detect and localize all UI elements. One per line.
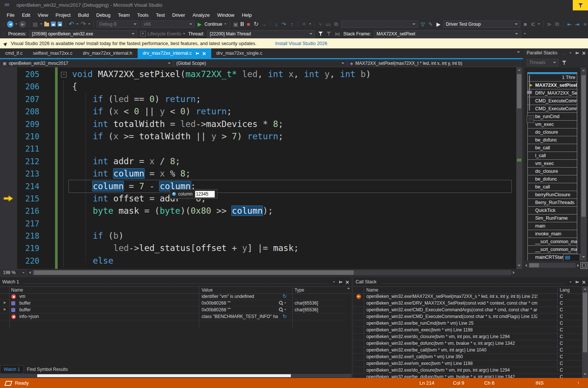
menu-item-help[interactable]: Help xyxy=(238,11,256,19)
project-dropdown[interactable]: ▣ openBeken_win32_mvsc2017 xyxy=(0,60,173,67)
code-line[interactable]: 211 xyxy=(0,143,516,155)
scrollbar-thumb[interactable] xyxy=(529,263,539,267)
scroll-up-icon[interactable] xyxy=(582,70,585,71)
menu-item-team[interactable]: Team xyxy=(114,11,134,19)
pin-icon[interactable] xyxy=(338,280,342,284)
stack-frame[interactable]: __scrt_common_mai xyxy=(528,246,577,254)
test-group-combo[interactable]: Driver Test Group xyxy=(443,20,520,28)
code-map-button[interactable]: ⑂ xyxy=(318,21,324,27)
tab-drv_max72xx_single.c[interactable]: drv_max72xx_single.c xyxy=(211,48,268,58)
stack-frame[interactable]: vm_exec xyxy=(528,121,577,128)
callstack-row[interactable]: openBeken_win32.exe!l_call(bvm * vm) Lin… xyxy=(353,354,582,360)
inspect-button[interactable] xyxy=(279,308,286,311)
tab-drv_max72xx_internal.h[interactable]: drv_max72xx_internal.h xyxy=(78,48,138,58)
watch-title-bar[interactable]: Watch 1 xyxy=(0,277,351,286)
tab-find-symbol-results[interactable]: Find Symbol Results xyxy=(24,366,71,373)
scrollbar-thumb[interactable] xyxy=(517,74,521,108)
callstack-row[interactable]: openBeken_win32.exe!be_dofunc(bvm * vm, … xyxy=(353,340,582,347)
stack-frame[interactable]: be_call xyxy=(528,144,577,152)
code-line[interactable]: 219 led->led_status[offset + y] |= mask; xyxy=(0,242,516,254)
stack-frame[interactable]: Sim_RunFrame xyxy=(528,214,577,222)
stack-frame[interactable]: do_closure xyxy=(528,168,577,175)
code-line[interactable]: 210 if (x >= totalWidth || y > 7) return… xyxy=(0,130,516,143)
menu-item-project[interactable]: Project xyxy=(52,11,74,19)
scroll-down-icon[interactable] xyxy=(518,265,521,266)
lifecycle-events-button[interactable]: ≋ Lifecycle Events xyxy=(140,31,185,36)
callstack-row[interactable]: openBeken_win32.exe!vm_exec(bvm * vm) Li… xyxy=(353,327,582,334)
menu-item-debug[interactable]: Debug xyxy=(93,11,114,19)
undo-dropdown-icon[interactable] xyxy=(76,23,78,25)
menu-item-view[interactable]: View xyxy=(34,11,52,19)
navigate-backward-dropdown-icon[interactable] xyxy=(15,23,17,25)
hex-display-button[interactable]: ⌗ xyxy=(301,21,307,27)
pin-icon[interactable] xyxy=(575,280,579,284)
callstack-row[interactable]: openBeken_win32.exe!do_closure(bvm * vm,… xyxy=(353,334,582,340)
stack-frame[interactable]: l_call xyxy=(528,152,577,160)
refresh-icon[interactable]: ↻ xyxy=(283,314,287,319)
filter-threads-icon[interactable] xyxy=(318,31,323,36)
member-dropdown[interactable]: ◈ MAX72XX_setPixel(max72XX_t * led, int … xyxy=(347,60,521,67)
comment-button[interactable]: ▭ xyxy=(325,21,331,27)
tab-selftest_max72xx.c[interactable]: selftest_max72xx.c xyxy=(28,48,78,58)
editor-horizontal-scrollbar[interactable] xyxy=(32,270,511,275)
code-line[interactable]: 216 byte mask = (byte)(0x80 >> column); xyxy=(0,205,516,217)
test-search-combo[interactable] xyxy=(341,20,418,28)
callstack-row[interactable]: openBeken_win32.exe!DRV_MAX72XX_SetPixel… xyxy=(353,300,582,307)
code-line[interactable]: 218 if (b) xyxy=(0,230,516,242)
callstack-row[interactable]: openBeken_win32.exe!be_runCmd(bvm * vm) … xyxy=(353,320,582,327)
code-line[interactable]: 206{ xyxy=(0,80,516,93)
solution-configuration-combo[interactable]: Debug B xyxy=(97,20,139,28)
scroll-up-icon[interactable] xyxy=(518,69,521,71)
step-into-button[interactable]: ↓ xyxy=(273,21,279,27)
language-column-header[interactable]: Lang xyxy=(560,287,570,293)
suppress-icon[interactable]: ⋈ xyxy=(334,31,340,37)
pin-icon[interactable] xyxy=(195,51,199,55)
test-explorer-icon[interactable]: ▽ xyxy=(420,21,426,27)
stack-frame[interactable]: DRV_MAX72XX_SetP xyxy=(528,89,577,97)
status-line[interactable]: Ln 214 xyxy=(420,380,434,386)
stack-frame[interactable]: invoke_main xyxy=(528,230,577,238)
tab-watch-1[interactable]: Watch 1 xyxy=(0,365,24,373)
scroll-left-icon[interactable] xyxy=(525,264,527,267)
value-column-header[interactable]: Value xyxy=(202,287,213,293)
continue-icon[interactable]: ▶ xyxy=(197,21,203,27)
datatip-value-input[interactable] xyxy=(195,191,215,198)
editor-vertical-scrollbar[interactable] xyxy=(516,67,522,269)
find-button[interactable]: ⧉ xyxy=(333,21,339,27)
undo-button[interactable]: ↶ xyxy=(68,20,74,28)
tab-list-dropdown-icon[interactable] xyxy=(517,51,520,53)
scroll-left-icon[interactable] xyxy=(29,271,31,274)
close-icon[interactable] xyxy=(202,51,206,55)
stacks-horizontal-scrollbar[interactable] xyxy=(528,263,576,268)
stack-frame[interactable]: MAX72XX_setPixel xyxy=(528,82,577,89)
watch-row[interactable]: vmidentifier "vm" is undefined↻ xyxy=(0,293,346,300)
profiler-icon[interactable]: ⑆ xyxy=(530,21,536,27)
redo-dropdown-icon[interactable] xyxy=(88,23,90,25)
stack-frame[interactable]: main xyxy=(528,222,577,230)
stack-frame[interactable]: __scrt_common_mai xyxy=(528,238,577,246)
call-stack-title-bar[interactable]: Call Stack xyxy=(353,277,588,286)
scope-dropdown[interactable]: (Global Scope) xyxy=(174,60,347,67)
profiler-dropdown-icon[interactable] xyxy=(538,23,540,25)
solution-platform-combo[interactable]: x86 xyxy=(141,20,195,28)
show-next-statement-button[interactable]: → xyxy=(261,21,267,27)
code-editor[interactable]: 205void MAX72XX_setPixel(max72XX_t* led,… xyxy=(0,67,516,269)
stacks-vertical-scrollbar[interactable] xyxy=(581,68,587,261)
run-test-icon[interactable]: ▶ xyxy=(436,21,441,27)
stack-frame[interactable]: be_runCmd xyxy=(528,113,577,121)
parallel-stacks-graph[interactable]: 1 Thre MAX72XX_setPixelDRV_MAX72XX_SetPC… xyxy=(524,68,588,261)
stack-frame[interactable]: QuickTick xyxy=(528,207,577,214)
watch-row[interactable]: ▶buffer0x00b80268 ""char[65536] xyxy=(0,307,346,314)
scroll-up-icon[interactable] xyxy=(584,288,587,290)
callstack-row[interactable]: openBeken_win32.exe!be_dofunc(bvm * vm, … xyxy=(353,374,582,378)
breakpoint-window-button[interactable]: ▣ xyxy=(233,21,239,27)
scroll-right-icon[interactable] xyxy=(513,271,515,274)
callstack-row[interactable]: openBeken_win32.exe!do_closure(bvm * vm,… xyxy=(353,367,582,374)
step-over-button[interactable]: ↷ xyxy=(281,21,287,27)
toolbar-overflow-icon[interactable]: ·· xyxy=(585,61,586,65)
menu-item-driver[interactable]: Driver xyxy=(168,11,189,19)
save-button[interactable] xyxy=(51,22,56,26)
outline-collapse-button[interactable]: − xyxy=(61,72,67,77)
callstack-row[interactable]: openBeken_win32.exe!vm_exec(bvm * vm) Li… xyxy=(353,360,582,367)
toolbar-overflow-icon[interactable] xyxy=(524,33,526,34)
